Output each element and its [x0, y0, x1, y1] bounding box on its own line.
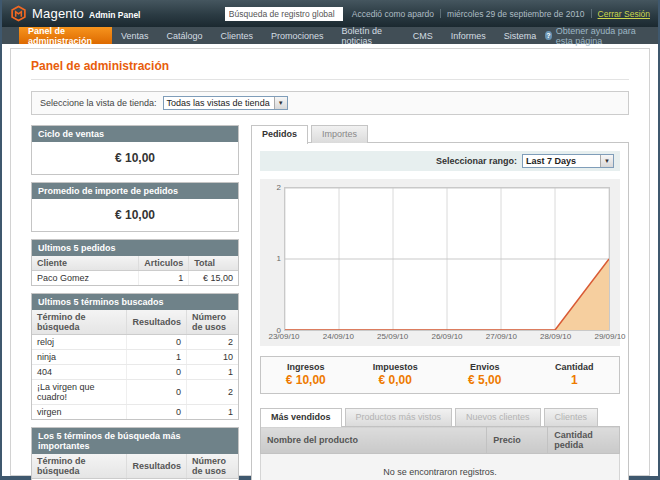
table-row[interactable]: reloj 0 2	[32, 335, 238, 350]
nav-newsletter[interactable]: Boletín de noticias	[333, 27, 404, 44]
cell: 0	[127, 335, 187, 350]
last-search-terms-box: Ultimos 5 términos buscados Término de b…	[31, 293, 239, 420]
diagram-panel: Seleccionar rango: Last 7 Days ▼ 2 1 0	[251, 142, 629, 480]
magento-admin-window: Magento Admin Panel Accedió como apardo …	[0, 0, 660, 480]
tab-most-viewed[interactable]: Productos más vistos	[345, 408, 453, 426]
total-label: Impuestos	[351, 362, 441, 372]
table-row[interactable]: 404 0 1	[32, 365, 238, 380]
col-header: Término de búsqueda	[32, 454, 127, 479]
x-tick: 29/09/10	[594, 332, 625, 341]
cell: 0	[127, 380, 187, 405]
store-view-label: Seleccione la vista de tienda:	[40, 98, 157, 108]
cell: 0	[127, 405, 187, 420]
nav-reports[interactable]: Informes	[442, 27, 495, 44]
logged-in-as: Accedió como apardo	[352, 9, 434, 19]
range-label: Seleccionar rango:	[436, 156, 517, 166]
main-nav: Panel de administración Ventas Catálogo …	[2, 27, 658, 44]
tab-new-customers[interactable]: Nuevos clientes	[455, 408, 541, 426]
chevron-down-icon: ▼	[600, 155, 613, 167]
lifetime-sales-value: € 10,00	[32, 142, 238, 174]
range-select[interactable]: Last 7 Days ▼	[522, 154, 614, 168]
help-link[interactable]: ? Obtener ayuda para esta página	[545, 27, 648, 44]
y-tick: 2	[277, 183, 281, 192]
col-header: Total	[189, 256, 238, 271]
tab-bestsellers[interactable]: Más vendidos	[260, 408, 342, 427]
box-title: Ultimos 5 términos buscados	[32, 294, 238, 310]
header: Magento Admin Panel Accedió como apardo …	[2, 0, 658, 27]
magento-logo-icon	[10, 5, 27, 22]
x-tick: 27/09/10	[486, 332, 517, 341]
col-header: Cliente	[32, 256, 139, 271]
total-label: Ingresos	[261, 362, 351, 372]
orders-chart: 2 1 0 23/09/10 24/09/10 25/09/10	[260, 179, 620, 346]
col-header: Número de usos	[186, 310, 238, 335]
empty-state-text: No se encontraron registros.	[261, 454, 620, 480]
box-title: Ultimos 5 pedidos	[32, 240, 238, 256]
cell: ninja	[32, 350, 127, 365]
range-bar: Seleccionar rango: Last 7 Days ▼	[260, 151, 620, 171]
x-tick: 28/09/10	[540, 332, 571, 341]
lifetime-sales-box: Ciclo de ventas € 10,00	[31, 125, 239, 175]
tab-amounts[interactable]: Importes	[311, 125, 368, 143]
box-title: Promedio de importe de pedidos	[32, 183, 238, 199]
col-header: Cantidad pedida	[548, 427, 620, 454]
tab-customers[interactable]: Clientes	[544, 408, 599, 426]
total-revenue: Ingresos € 10,00	[261, 362, 351, 387]
x-tick: 24/09/10	[323, 332, 354, 341]
table-row[interactable]: virgen 0 1	[32, 405, 238, 420]
cell: 404	[32, 365, 127, 380]
nav-promotions[interactable]: Promociones	[262, 27, 333, 44]
header-meta: Accedió como apardo miércoles 29 de sept…	[352, 9, 650, 19]
nav-customers[interactable]: Clientes	[211, 27, 262, 44]
col-header: Articulos	[139, 256, 189, 271]
total-value: € 5,00	[440, 373, 530, 387]
chart-y-axis: 2 1 0	[270, 187, 284, 331]
cell: 1	[139, 271, 189, 286]
cell: 1	[127, 350, 187, 365]
cell: 1	[186, 365, 238, 380]
table-row[interactable]: ninja 1 10	[32, 350, 238, 365]
nav-sales[interactable]: Ventas	[112, 27, 158, 44]
tab-orders[interactable]: Pedidos	[251, 125, 308, 144]
x-tick: 23/09/10	[268, 332, 299, 341]
logout-link[interactable]: Cerrar Sesión	[598, 9, 650, 19]
col-header: Número de usos	[186, 454, 238, 479]
grids-tabs: Más vendidos Productos más vistos Nuevos…	[260, 408, 620, 426]
total-label: Cantidad	[530, 362, 620, 372]
total-shipping: Envios € 5,00	[440, 362, 530, 387]
total-quantity: Cantidad 1	[530, 362, 620, 387]
total-tax: Impuestos € 0,00	[351, 362, 441, 387]
cell: virgen	[32, 405, 127, 420]
cell: Paco Gomez	[32, 271, 139, 286]
col-header: Precio	[487, 427, 548, 454]
x-tick: 26/09/10	[431, 332, 462, 341]
nav-catalog[interactable]: Catálogo	[157, 27, 211, 44]
total-value: 1	[530, 373, 620, 387]
total-label: Envios	[440, 362, 530, 372]
bestsellers-table: Nombre del producto Precio Cantidad pedi…	[260, 426, 620, 480]
total-value: € 10,00	[261, 373, 351, 387]
x-tick: 25/09/10	[377, 332, 408, 341]
cell: 2	[186, 380, 238, 405]
nav-dashboard[interactable]: Panel de administración	[19, 27, 112, 44]
diagram-tabs: Pedidos Importes	[251, 125, 629, 143]
global-search-input[interactable]	[225, 7, 343, 21]
cell: 1	[186, 405, 238, 420]
store-view-select[interactable]: Todas las vistas de tienda ▼	[163, 96, 288, 110]
y-tick: 1	[277, 254, 281, 263]
col-header: Resultados	[127, 454, 187, 479]
last-orders-box: Ultimos 5 pedidos Cliente Articulos Tota…	[31, 239, 239, 286]
nav-cms[interactable]: CMS	[404, 27, 442, 44]
nav-system[interactable]: Sistema	[495, 27, 546, 44]
total-value: € 0,00	[351, 373, 441, 387]
help-label: Obtener ayuda para esta página	[556, 26, 648, 46]
page-title: Panel de administración	[31, 59, 629, 73]
store-view-bar: Seleccione la vista de tienda: Todas las…	[31, 91, 629, 115]
col-header: Término de búsqueda	[32, 310, 127, 335]
divider	[440, 9, 441, 18]
current-date: miércoles 29 de septiembre de 2010	[447, 9, 585, 19]
box-title: Los 5 términos de búsqueda más important…	[32, 428, 238, 454]
table-row[interactable]: ¡La virgen que cuadro! 0 2	[32, 380, 238, 405]
totals-bar: Ingresos € 10,00 Impuestos € 0,00 Envios…	[260, 356, 620, 394]
table-row[interactable]: Paco Gomez 1 € 15,00	[32, 271, 238, 286]
